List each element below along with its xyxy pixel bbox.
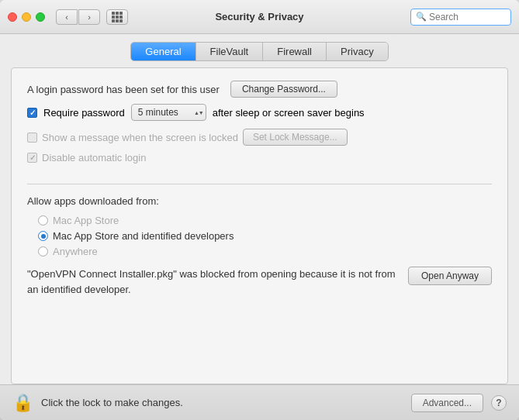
radio-mac-identified[interactable] xyxy=(38,231,48,241)
disable-auto-login-row: Disable automatic login xyxy=(27,152,492,164)
search-box[interactable]: 🔍 xyxy=(410,9,511,26)
login-password-text: A login password has been set for this u… xyxy=(27,84,220,95)
time-stepper-wrapper: immediately 5 seconds 1 minute 5 minutes… xyxy=(131,104,206,121)
advanced-button[interactable]: Advanced... xyxy=(411,394,483,412)
radio-anywhere[interactable] xyxy=(38,246,48,256)
login-password-row: A login password has been set for this u… xyxy=(27,81,492,98)
disable-auto-login-checkbox xyxy=(27,153,37,163)
radio-mac-identified-row: Mac App Store and identified developers xyxy=(38,230,492,242)
help-button[interactable]: ? xyxy=(491,395,507,411)
tab-firewall[interactable]: Firewall xyxy=(263,43,327,60)
forward-button[interactable]: › xyxy=(78,9,100,25)
after-sleep-label: after sleep or screen saver begins xyxy=(213,107,365,119)
tabs-container: General FileVault Firewall Privacy xyxy=(130,42,388,61)
search-input[interactable] xyxy=(429,12,506,22)
tab-filevault[interactable]: FileVault xyxy=(196,43,264,60)
window: ‹ › Security & Privacy 🔍 General FileVau… xyxy=(0,0,519,420)
nav-buttons: ‹ › xyxy=(56,9,100,25)
lock-text: Click the lock to make changes. xyxy=(41,397,403,408)
require-password-checkbox[interactable] xyxy=(27,108,37,118)
lock-icon[interactable]: 🔒 xyxy=(12,393,33,413)
grid-view-button[interactable] xyxy=(106,9,128,25)
show-message-row: Show a message when the screen is locked… xyxy=(27,129,492,146)
traffic-lights xyxy=(8,12,45,22)
open-anyway-button[interactable]: Open Anyway xyxy=(408,267,492,285)
allow-apps-section: Allow apps downloaded from: Mac App Stor… xyxy=(27,184,492,371)
back-button[interactable]: ‹ xyxy=(56,9,78,25)
set-lock-message-button: Set Lock Message... xyxy=(243,129,348,146)
search-icon: 🔍 xyxy=(416,12,427,22)
blocked-message-text: "OpenVPN Connect Installer.pkg" was bloc… xyxy=(27,267,399,297)
titlebar: ‹ › Security & Privacy 🔍 xyxy=(0,0,519,34)
radio-anywhere-label: Anywhere xyxy=(53,246,98,257)
grid-icon xyxy=(112,12,123,22)
tabs-bar: General FileVault Firewall Privacy xyxy=(0,34,519,67)
content-panel: A login password has been set for this u… xyxy=(11,67,508,384)
radio-mac-app-store-label: Mac App Store xyxy=(53,215,119,226)
tab-general[interactable]: General xyxy=(131,43,195,60)
time-stepper-select[interactable]: immediately 5 seconds 1 minute 5 minutes… xyxy=(131,104,206,121)
radio-group: Mac App Store Mac App Store and identifi… xyxy=(38,215,492,257)
radio-mac-app-store-row: Mac App Store xyxy=(38,215,492,226)
require-password-label: Require password xyxy=(43,107,125,119)
radio-mac-identified-label: Mac App Store and identified developers xyxy=(53,230,234,242)
radio-mac-app-store[interactable] xyxy=(38,215,48,225)
tab-privacy[interactable]: Privacy xyxy=(327,43,388,60)
show-message-label: Show a message when the screen is locked xyxy=(42,132,238,143)
minimize-button[interactable] xyxy=(22,12,31,22)
disable-auto-login-label: Disable automatic login xyxy=(42,152,146,164)
allow-apps-title: Allow apps downloaded from: xyxy=(27,195,492,207)
blocked-message-row: "OpenVPN Connect Installer.pkg" was bloc… xyxy=(27,267,492,305)
show-message-checkbox xyxy=(27,133,37,143)
login-section: A login password has been set for this u… xyxy=(27,81,492,184)
bottom-bar: 🔒 Click the lock to make changes. Advanc… xyxy=(0,384,519,420)
require-password-row: Require password immediately 5 seconds 1… xyxy=(27,104,492,121)
window-title: Security & Privacy xyxy=(215,11,303,22)
close-button[interactable] xyxy=(8,12,17,22)
maximize-button[interactable] xyxy=(36,12,45,22)
radio-anywhere-row: Anywhere xyxy=(38,246,492,257)
change-password-button[interactable]: Change Password... xyxy=(230,81,337,98)
